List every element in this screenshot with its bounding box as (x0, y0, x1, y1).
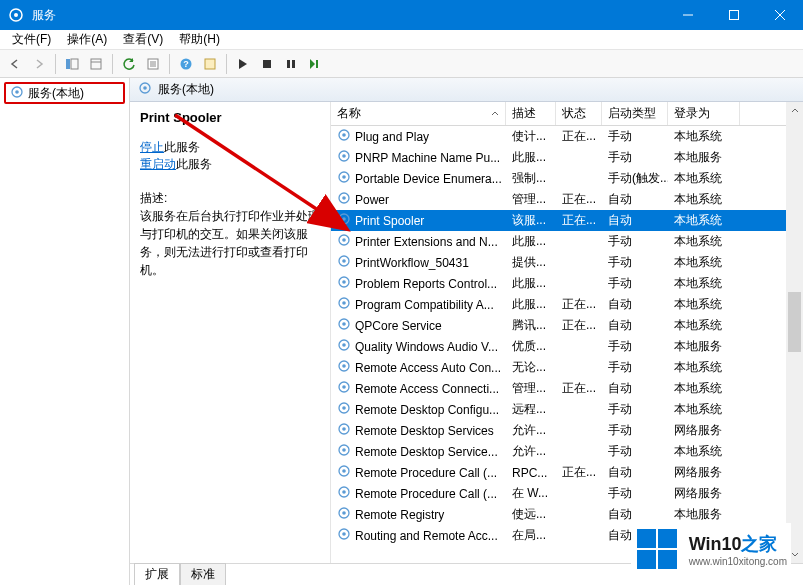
service-startup: 手动 (602, 485, 668, 502)
service-logon: 本地系统 (668, 128, 740, 145)
service-row[interactable]: Remote Desktop Configu...远程...手动本地系统 (331, 399, 803, 420)
minimize-button[interactable] (665, 0, 711, 30)
service-name: Program Compatibility A... (355, 298, 494, 312)
service-logon: 本地系统 (668, 212, 740, 229)
service-row[interactable]: PNRP Machine Name Pu...此服...手动本地服务 (331, 147, 803, 168)
service-row[interactable]: Remote Desktop Services允许...手动网络服务 (331, 420, 803, 441)
close-button[interactable] (757, 0, 803, 30)
col-name[interactable]: 名称 (331, 102, 506, 125)
tab-standard[interactable]: 标准 (180, 563, 226, 585)
service-startup: 手动 (602, 401, 668, 418)
service-row[interactable]: PrintWorkflow_50431提供...手动本地系统 (331, 252, 803, 273)
app-icon (8, 7, 24, 23)
service-row[interactable]: Remote Access Auto Con...无论...手动本地系统 (331, 357, 803, 378)
service-name: Quality Windows Audio V... (355, 340, 498, 354)
stop-service-button[interactable] (256, 53, 278, 75)
vertical-scrollbar[interactable] (786, 102, 803, 563)
svg-point-48 (342, 364, 346, 368)
maximize-button[interactable] (711, 0, 757, 30)
service-row[interactable]: Print Spooler该服...正在...自动本地系统 (331, 210, 803, 231)
menu-help[interactable]: 帮助(H) (171, 29, 228, 50)
toolbar: ? (0, 50, 803, 78)
menu-view[interactable]: 查看(V) (115, 29, 171, 50)
menu-action[interactable]: 操作(A) (59, 29, 115, 50)
help-button[interactable]: ? (175, 53, 197, 75)
description-label: 描述: (140, 191, 167, 205)
start-service-button[interactable] (232, 53, 254, 75)
svg-point-34 (342, 217, 346, 221)
service-logon: 本地系统 (668, 359, 740, 376)
scroll-thumb[interactable] (788, 292, 801, 352)
svg-point-62 (342, 511, 346, 515)
tab-extended[interactable]: 扩展 (134, 563, 180, 585)
service-desc: 使远... (506, 506, 556, 523)
tree-item-services-local[interactable]: 服务(本地) (4, 82, 125, 104)
col-startup-type[interactable]: 启动类型 (602, 102, 668, 125)
service-row[interactable]: Plug and Play使计...正在...手动本地系统 (331, 126, 803, 147)
gear-icon (337, 296, 351, 313)
show-hide-tree-button[interactable] (61, 53, 83, 75)
svg-rect-6 (66, 59, 70, 69)
gear-icon (337, 485, 351, 502)
service-name: Problem Reports Control... (355, 277, 497, 291)
service-row[interactable]: QPCore Service腾讯...正在...自动本地系统 (331, 315, 803, 336)
col-logon-as[interactable]: 登录为 (668, 102, 740, 125)
service-row[interactable]: Remote Procedure Call (...RPC...正在...自动网… (331, 462, 803, 483)
service-logon: 本地系统 (668, 233, 740, 250)
service-row[interactable]: Portable Device Enumera...强制...手动(触发...本… (331, 168, 803, 189)
service-row[interactable]: Problem Reports Control...此服...手动本地系统 (331, 273, 803, 294)
watermark-url: www.win10xitong.com (689, 556, 787, 567)
pane-title: 服务(本地) (158, 81, 214, 98)
service-row[interactable]: Remote Registry使远...自动本地服务 (331, 504, 803, 525)
svg-point-32 (342, 196, 346, 200)
list-body[interactable]: Plug and Play使计...正在...手动本地系统PNRP Machin… (331, 126, 803, 563)
col-description[interactable]: 描述 (506, 102, 556, 125)
refresh-button[interactable] (118, 53, 140, 75)
back-button[interactable] (4, 53, 26, 75)
service-row[interactable]: Remote Access Connecti...管理...正在...自动本地系… (331, 378, 803, 399)
col-status[interactable]: 状态 (556, 102, 602, 125)
service-logon: 本地服务 (668, 149, 740, 166)
service-name: Power (355, 193, 389, 207)
service-logon: 本地系统 (668, 170, 740, 187)
gear-icon (337, 275, 351, 292)
svg-rect-66 (637, 529, 656, 548)
service-logon: 网络服务 (668, 485, 740, 502)
svg-point-64 (342, 532, 346, 536)
properties-button[interactable] (142, 53, 164, 75)
restart-service-button[interactable] (304, 53, 326, 75)
svg-rect-3 (730, 11, 739, 20)
pause-service-button[interactable] (280, 53, 302, 75)
description-text: 该服务在后台执行打印作业并处理与打印机的交互。如果关闭该服务，则无法进行打印或查… (140, 209, 320, 277)
service-row[interactable]: Quality Windows Audio V...优质...手动本地服务 (331, 336, 803, 357)
stop-link[interactable]: 停止 (140, 140, 164, 154)
service-row[interactable]: Remote Desktop Service...允许...手动本地系统 (331, 441, 803, 462)
service-status: 正在... (556, 317, 602, 334)
service-status: 正在... (556, 296, 602, 313)
scroll-up-button[interactable] (786, 102, 803, 119)
gear-icon (337, 233, 351, 250)
service-row[interactable]: Program Compatibility A...此服...正在...自动本地… (331, 294, 803, 315)
service-desc: 允许... (506, 422, 556, 439)
service-row[interactable]: Printer Extensions and N...此服...手动本地系统 (331, 231, 803, 252)
service-status: 正在... (556, 212, 602, 229)
service-row[interactable]: Remote Procedure Call (...在 W...手动网络服务 (331, 483, 803, 504)
service-logon: 本地系统 (668, 317, 740, 334)
service-startup: 手动 (602, 422, 668, 439)
menu-file[interactable]: 文件(F) (4, 29, 59, 50)
service-startup: 手动 (602, 443, 668, 460)
svg-point-28 (342, 154, 346, 158)
help-topics-button[interactable] (199, 53, 221, 75)
gear-icon (337, 359, 351, 376)
forward-button[interactable] (28, 53, 50, 75)
export-list-button[interactable] (85, 53, 107, 75)
svg-point-24 (143, 86, 147, 90)
restart-link[interactable]: 重启动 (140, 157, 176, 171)
svg-rect-20 (316, 60, 318, 68)
svg-point-54 (342, 427, 346, 431)
service-desc: 该服... (506, 212, 556, 229)
service-row[interactable]: Power管理...正在...自动本地系统 (331, 189, 803, 210)
detail-pane: Print Spooler 停止此服务 重启动此服务 描述: 该服务在后台执行打… (130, 102, 330, 563)
gear-icon (337, 506, 351, 523)
svg-point-1 (14, 13, 18, 17)
